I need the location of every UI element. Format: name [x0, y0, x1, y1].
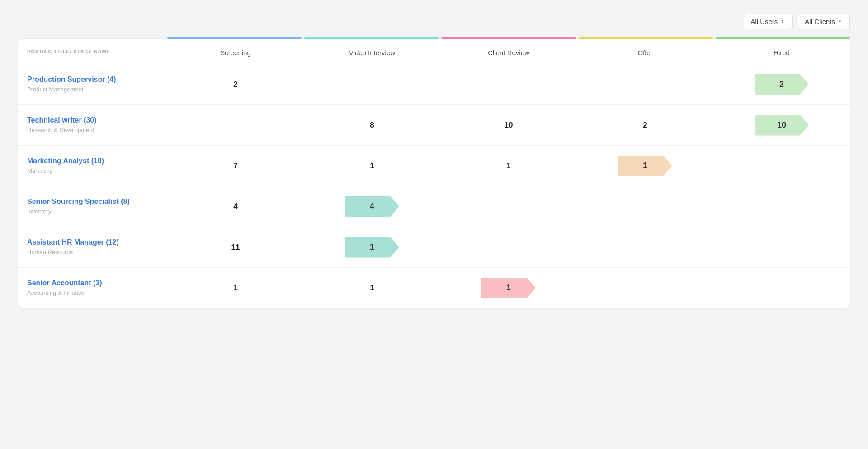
table-row: Marketing Analyst (10) Marketing 7 1 1 1 [18, 145, 850, 186]
screening-cell: 1 [167, 284, 304, 293]
video-badge: 1 [345, 237, 399, 258]
video-cell: 1 [304, 284, 440, 293]
client-cell: 10 [440, 121, 577, 130]
col-header-video: Video Interview [304, 39, 440, 64]
video-cell: 4 [304, 196, 440, 217]
client-cell: 1 [440, 278, 577, 298]
row-title-cell: Assistant HR Manager (12) Human Resource [18, 228, 167, 266]
table-row: Senior Sourcing Specialist (8) Inventory… [18, 186, 850, 227]
job-title-link[interactable]: Production Supervisor (4) [27, 76, 163, 84]
col-header-posting: POSTING TITLE/ STAGE NAME [18, 39, 167, 64]
col-header-screening: Screening [167, 39, 304, 64]
job-title-link[interactable]: Senior Sourcing Specialist (8) [27, 198, 163, 206]
video-cell: 8 [304, 121, 440, 130]
row-title-cell: Production Supervisor (4) Product Manage… [18, 66, 167, 103]
screening-cell: 11 [167, 243, 304, 252]
video-cell: 1 [304, 237, 440, 258]
table-header: POSTING TITLE/ STAGE NAME Screening Vide… [18, 39, 850, 64]
job-title-link[interactable]: Assistant HR Manager (12) [27, 238, 163, 246]
client-cell: 1 [440, 161, 577, 170]
job-dept: Marketing [27, 167, 53, 174]
offer-cell: 2 [577, 121, 713, 130]
screening-cell: 7 [167, 161, 304, 170]
video-cell: 1 [304, 161, 440, 170]
offer-badge: 1 [618, 156, 672, 176]
chevron-down-icon: ▾ [839, 19, 841, 24]
all-users-dropdown[interactable]: All Users ▾ [744, 14, 793, 29]
video-badge: 4 [345, 196, 399, 217]
row-title-cell: Marketing Analyst (10) Marketing [18, 147, 167, 184]
row-title-cell: Senior Accountant (3) Accounting & Finan… [18, 269, 167, 307]
col-header-hired: Hired [713, 39, 850, 64]
hired-cell: 10 [713, 115, 850, 136]
job-title-link[interactable]: Marketing Analyst (10) [27, 157, 163, 165]
pipeline-table: POSTING TITLE/ STAGE NAME Screening Vide… [18, 39, 850, 308]
job-dept: Accounting & Finance [27, 289, 84, 296]
hired-cell: 2 [713, 74, 850, 95]
table-row: Technical writer (30) Research & Develop… [18, 104, 850, 145]
row-title-cell: Senior Sourcing Specialist (8) Inventory [18, 188, 167, 225]
col-header-client: Client Review [440, 39, 577, 64]
top-bar: All Users ▾ All Clients ▾ [18, 14, 850, 29]
col-header-offer: Offer [577, 39, 713, 64]
hired-badge: 2 [755, 74, 809, 95]
job-dept: Human Resource [27, 249, 73, 255]
table-row: Senior Accountant (3) Accounting & Finan… [18, 267, 850, 308]
job-dept: Inventory [27, 208, 51, 215]
job-dept: Product Management [27, 86, 83, 93]
screening-cell: 2 [167, 80, 304, 89]
offer-cell: 1 [577, 156, 713, 176]
job-dept: Research & Development [27, 127, 94, 133]
row-title-cell: Technical writer (30) Research & Develop… [18, 106, 167, 144]
client-badge: 1 [481, 278, 536, 298]
job-title-link[interactable]: Technical writer (30) [27, 116, 163, 124]
all-users-label: All Users [750, 18, 778, 25]
job-title-link[interactable]: Senior Accountant (3) [27, 279, 163, 287]
all-clients-label: All Clients [805, 18, 835, 25]
table-row: Production Supervisor (4) Product Manage… [18, 64, 850, 104]
table-row: Assistant HR Manager (12) Human Resource… [18, 227, 850, 267]
hired-badge: 10 [755, 115, 809, 136]
all-clients-dropdown[interactable]: All Clients ▾ [798, 14, 850, 29]
screening-cell: 4 [167, 202, 304, 211]
chevron-down-icon: ▾ [781, 19, 784, 24]
